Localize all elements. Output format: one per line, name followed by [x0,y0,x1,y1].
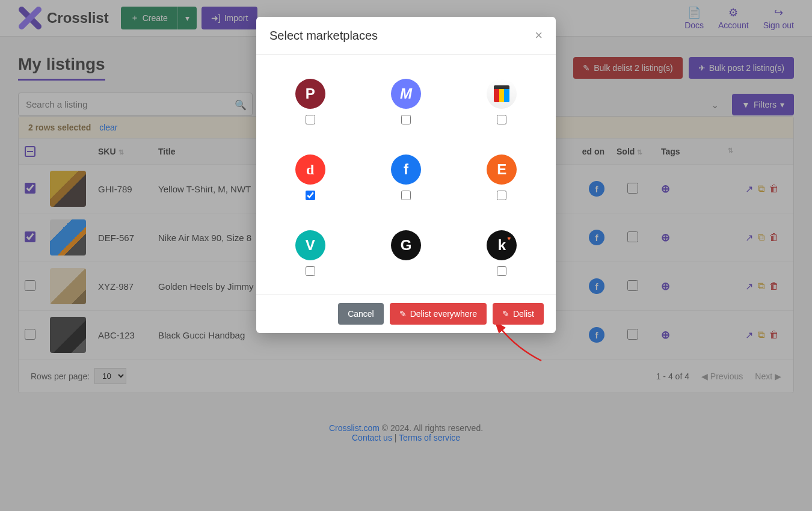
marketplace-facebook[interactable]: f [391,155,421,200]
etsy-icon: E [487,155,517,185]
marketplace-checkbox-etsy[interactable] [497,191,506,200]
marketplace-grailed[interactable]: G [391,230,421,276]
marketplace-checkbox-facebook[interactable] [401,191,411,200]
mercari-icon: M [391,79,421,109]
marketplace-kidizen[interactable]: k [487,230,517,276]
marketplace-checkbox-kidizen[interactable] [497,266,506,276]
marketplace-checkbox-depop[interactable] [306,191,315,200]
eraser-icon: ✎ [399,309,407,319]
delist-everywhere-button[interactable]: ✎ Delist everywhere [390,303,487,325]
grailed-icon: G [391,230,421,260]
marketplace-checkbox-mercari[interactable] [401,115,411,124]
marketplace-checkbox-vinted[interactable] [306,266,315,276]
select-marketplaces-modal: Select marketplaces × P M d f E V G k Ca… [256,17,556,333]
marketplace-depop[interactable]: d [295,155,325,200]
kidizen-icon: k [487,230,517,260]
poshmark-icon: P [295,79,325,109]
vinted-icon: V [295,230,325,260]
cancel-button[interactable]: Cancel [338,303,384,325]
depop-icon: d [295,155,325,185]
marketplace-vinted[interactable]: V [295,230,325,276]
marketplace-bonanza[interactable] [487,79,517,124]
modal-overlay[interactable]: Select marketplaces × P M d f E V G k Ca… [0,0,812,461]
bonanza-icon [487,79,517,109]
marketplace-etsy[interactable]: E [487,155,517,200]
facebook-icon: f [391,155,421,185]
marketplace-checkbox-poshmark[interactable] [306,115,315,124]
marketplace-mercari[interactable]: M [391,79,421,124]
marketplace-checkbox-bonanza[interactable] [497,115,506,124]
delist-button[interactable]: ✎ Delist [493,303,544,325]
marketplace-poshmark[interactable]: P [295,79,325,124]
modal-title: Select marketplaces [269,29,378,43]
eraser-icon: ✎ [502,309,509,319]
close-icon[interactable]: × [535,28,543,43]
